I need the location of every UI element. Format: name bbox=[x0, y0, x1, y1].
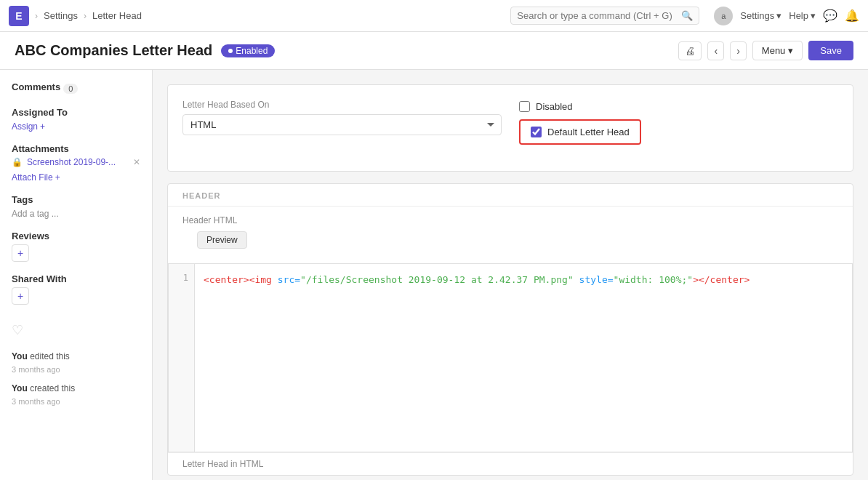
breadcrumb-chevron-1: › bbox=[35, 11, 38, 21]
main-layout: Comments 0 Assigned To Assign + Attachme… bbox=[0, 70, 868, 480]
navbar: E › Settings › Letter Head 🔍 a Settings … bbox=[0, 0, 868, 32]
attach-file-label: Attach File bbox=[12, 172, 53, 183]
attachment-emoji: 🔒 bbox=[12, 157, 23, 167]
history-entry-1: You edited this 3 months ago bbox=[12, 350, 140, 376]
remove-attachment-button[interactable]: ✕ bbox=[133, 157, 140, 167]
page-title: ABC Companies Letter Head bbox=[15, 42, 212, 59]
bell-icon[interactable]: 🔔 bbox=[845, 9, 859, 23]
attach-file-button[interactable]: Attach File + bbox=[12, 172, 60, 183]
add-review-button[interactable]: + bbox=[12, 244, 29, 262]
comments-count: 0 bbox=[63, 84, 78, 94]
history-2-action: created this bbox=[30, 383, 75, 393]
settings-label: Settings bbox=[740, 10, 774, 21]
letter-head-based-on-group: Letter Head Based On HTML Image bbox=[182, 100, 502, 135]
breadcrumb-chevron-2: › bbox=[84, 11, 87, 21]
search-icon: 🔍 bbox=[681, 10, 693, 21]
like-section: ♡ bbox=[12, 322, 140, 338]
nav-prev-button[interactable]: ‹ bbox=[707, 41, 724, 60]
help-label: Help bbox=[789, 10, 808, 21]
global-search[interactable]: 🔍 bbox=[510, 7, 699, 25]
settings-menu[interactable]: Settings ▾ bbox=[740, 10, 781, 21]
assign-button[interactable]: Assign + bbox=[12, 121, 45, 132]
default-letter-head-box: Default Letter Head bbox=[519, 119, 641, 145]
app-logo[interactable]: E bbox=[9, 6, 29, 26]
save-button[interactable]: Save bbox=[808, 41, 853, 60]
line-number-1: 1 bbox=[174, 273, 188, 283]
checkbox-group: Disabled Default Letter Head bbox=[519, 100, 838, 145]
default-letter-head-label: Default Letter Head bbox=[547, 127, 630, 137]
shared-with-section: Shared With + bbox=[12, 273, 140, 305]
sidebar: Comments 0 Assigned To Assign + Attachme… bbox=[0, 70, 153, 480]
shared-with-title: Shared With bbox=[12, 273, 140, 284]
assign-plus-icon: + bbox=[40, 121, 45, 132]
header-section-card: HEADER Header HTML Preview 1 <center><im… bbox=[167, 183, 853, 476]
help-chevron-icon: ▾ bbox=[811, 10, 816, 21]
history-1-time: 3 months ago bbox=[12, 365, 60, 374]
default-letter-head-checkbox-item: Default Letter Head bbox=[519, 119, 838, 145]
letter-head-based-on-select[interactable]: HTML Image bbox=[182, 114, 502, 135]
search-input[interactable] bbox=[517, 10, 677, 21]
add-shared-button[interactable]: + bbox=[12, 287, 29, 305]
preview-button[interactable]: Preview bbox=[197, 231, 247, 249]
code-editor[interactable]: 1 <center><img src="/files/Screenshot 20… bbox=[168, 263, 853, 452]
header-html-label: Header HTML bbox=[168, 207, 853, 231]
comments-title: Comments bbox=[12, 81, 60, 92]
line-numbers: 1 bbox=[169, 264, 195, 452]
assigned-to-section: Assigned To Assign + bbox=[12, 107, 140, 132]
menu-chevron-icon: ▾ bbox=[788, 45, 793, 56]
status-badge: Enabled bbox=[221, 44, 275, 57]
page-actions: 🖨 ‹ › Menu ▾ Save bbox=[678, 41, 853, 60]
nav-right-actions: a Settings ▾ Help ▾ 💬 🔔 bbox=[714, 7, 859, 25]
disabled-checkbox[interactable] bbox=[519, 101, 530, 112]
settings-chevron-icon: ▾ bbox=[776, 10, 781, 21]
history-entry-2: You created this 3 months ago bbox=[12, 382, 140, 408]
reviews-title: Reviews bbox=[12, 231, 140, 241]
user-avatar[interactable]: a bbox=[714, 7, 733, 25]
assigned-to-title: Assigned To bbox=[12, 107, 140, 118]
menu-dropdown-button[interactable]: Menu ▾ bbox=[752, 41, 803, 60]
section-header-label: HEADER bbox=[168, 184, 853, 207]
assign-label: Assign bbox=[12, 121, 38, 132]
page-header: ABC Companies Letter Head Enabled 🖨 ‹ › … bbox=[0, 32, 868, 70]
chat-icon[interactable]: 💬 bbox=[823, 9, 837, 23]
footer-label: Letter Head in HTML bbox=[168, 452, 853, 475]
tags-section: Tags Add a tag ... bbox=[12, 194, 140, 219]
print-button[interactable]: 🖨 bbox=[678, 41, 702, 60]
status-label: Enabled bbox=[236, 46, 268, 56]
default-letter-head-checkbox[interactable] bbox=[531, 127, 542, 137]
tags-title: Tags bbox=[12, 194, 140, 205]
like-button[interactable]: ♡ bbox=[12, 323, 23, 337]
add-tag-placeholder[interactable]: Add a tag ... bbox=[12, 209, 59, 219]
comments-section: Comments 0 bbox=[12, 81, 140, 95]
history-2-time: 3 months ago bbox=[12, 397, 60, 406]
attachments-title: Attachments bbox=[12, 143, 140, 154]
history-1-action: edited this bbox=[30, 351, 70, 361]
disabled-checkbox-item: Disabled bbox=[519, 101, 838, 112]
checkboxes-group: Disabled Default Letter Head bbox=[519, 100, 838, 145]
history-section: You edited this 3 months ago You created… bbox=[12, 350, 140, 408]
breadcrumb-settings[interactable]: Settings bbox=[44, 10, 78, 21]
config-card-body: Letter Head Based On HTML Image Disabled bbox=[168, 85, 853, 171]
main-content: Letter Head Based On HTML Image Disabled bbox=[153, 70, 868, 480]
attachment-link[interactable]: Screenshot 2019-09-... bbox=[27, 157, 116, 167]
attach-plus-icon: + bbox=[55, 172, 60, 183]
status-dot bbox=[228, 49, 233, 53]
history-1-actor: You bbox=[12, 351, 28, 361]
letter-head-based-on-label: Letter Head Based On bbox=[182, 100, 502, 110]
breadcrumb-current: Letter Head bbox=[92, 10, 142, 21]
reviews-section: Reviews + bbox=[12, 231, 140, 262]
code-content[interactable]: <center><img src="/files/Screenshot 2019… bbox=[195, 264, 852, 452]
letter-head-config-card: Letter Head Based On HTML Image Disabled bbox=[167, 84, 853, 172]
help-menu[interactable]: Help ▾ bbox=[789, 10, 816, 21]
nav-next-button[interactable]: › bbox=[730, 41, 747, 60]
history-2-actor: You bbox=[12, 383, 28, 393]
disabled-label: Disabled bbox=[536, 101, 573, 112]
config-form-row: Letter Head Based On HTML Image Disabled bbox=[182, 100, 838, 145]
attachments-section: Attachments 🔒 Screenshot 2019-09-... ✕ A… bbox=[12, 143, 140, 183]
attachment-item: 🔒 Screenshot 2019-09-... ✕ bbox=[12, 157, 140, 167]
menu-label: Menu bbox=[762, 45, 786, 56]
